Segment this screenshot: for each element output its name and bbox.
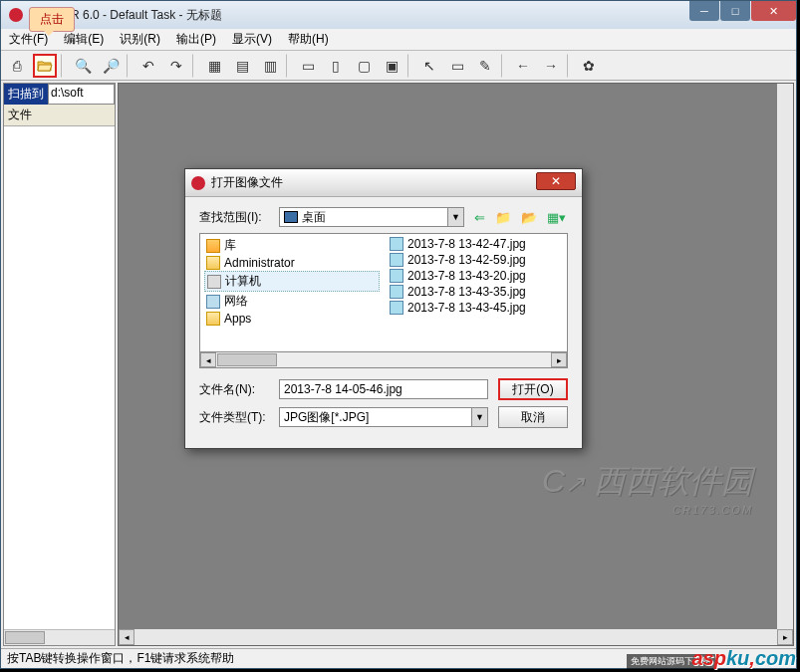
select-icon[interactable]: ▭ (445, 54, 469, 78)
list-item[interactable]: 2013-7-8 13-43-20.jpg (388, 268, 563, 284)
file-list-scrollbar[interactable]: ◂ ▸ (199, 352, 568, 368)
box4-icon[interactable]: ▣ (380, 54, 403, 78)
horizontal-scrollbar[interactable]: ◂ ▸ (119, 629, 793, 645)
file-name: 库 (224, 237, 236, 254)
list-item[interactable]: Apps (204, 311, 380, 327)
dialog-title: 打开图像文件 (211, 174, 283, 191)
scroll-left-icon[interactable]: ◂ (119, 629, 134, 645)
menu-recog[interactable]: 识别(R) (112, 31, 168, 48)
title-bar[interactable]: 汉王OCR 6.0 - Default Task - 无标题 ─ □ ✕ (1, 1, 796, 29)
watermark-logo: aspku,com (692, 647, 797, 670)
file-name: 网络 (224, 293, 248, 310)
list-item[interactable]: 网络 (204, 292, 380, 311)
file-type-icon (207, 275, 221, 289)
scrollbar-thumb[interactable] (5, 631, 45, 644)
menu-view[interactable]: 显示(V) (224, 31, 280, 48)
list-item[interactable]: 2013-7-8 13-43-35.jpg (388, 284, 563, 300)
menu-output[interactable]: 输出(P) (168, 31, 224, 48)
filetype-combo[interactable]: JPG图像[*.JPG] ▼ (279, 407, 488, 427)
minimize-button[interactable]: ─ (689, 1, 719, 21)
dialog-icon (191, 176, 205, 190)
file-name: 2013-7-8 13-43-35.jpg (407, 285, 526, 299)
separator-icon (127, 54, 133, 78)
open-button[interactable]: 打开(O) (498, 378, 568, 400)
back-icon[interactable]: ⇐ (472, 208, 487, 227)
list-item[interactable]: 2013-7-8 13-43-45.jpg (388, 300, 563, 316)
separator-icon (567, 54, 573, 78)
rotate-left-icon[interactable]: ↶ (136, 54, 160, 78)
box3-icon[interactable]: ▢ (352, 54, 376, 78)
file-name: 2013-7-8 13-43-20.jpg (407, 269, 526, 283)
dialog-body: 查找范围(I): 桌面 ▼ ⇐ 📁 📂 ▦▾ 库Administrator计算机… (185, 197, 582, 448)
lookin-value: 桌面 (302, 209, 326, 226)
scan-icon[interactable]: ⎙ (5, 54, 29, 78)
dialog-nav-icons: ⇐ 📁 📂 ▦▾ (472, 208, 568, 227)
dialog-title-bar[interactable]: 打开图像文件 ✕ (185, 169, 582, 197)
pointer-icon[interactable]: ↖ (417, 54, 441, 78)
sidebar-column-file[interactable]: 文件 (4, 105, 115, 126)
vertical-scrollbar[interactable] (777, 84, 793, 629)
layout1-icon[interactable]: ▦ (202, 54, 226, 78)
prev-icon[interactable]: ← (511, 54, 535, 78)
next-icon[interactable]: → (539, 54, 563, 78)
click-tooltip: 点击 (29, 7, 75, 32)
file-type-icon (206, 295, 220, 309)
list-item[interactable]: 2013-7-8 13-42-59.jpg (388, 252, 563, 268)
zoom-in-icon[interactable]: 🔎 (99, 54, 123, 78)
sidebar-list[interactable] (4, 126, 115, 629)
sidebar: 扫描到 d:\soft 文件 (3, 83, 116, 646)
layout2-icon[interactable]: ▤ (230, 54, 254, 78)
view-menu-icon[interactable]: ▦▾ (545, 208, 568, 227)
sidebar-header: 扫描到 d:\soft (4, 84, 115, 105)
list-item[interactable]: 库 (204, 236, 380, 255)
scanto-path[interactable]: d:\soft (48, 84, 115, 105)
separator-icon (407, 54, 413, 78)
scroll-right-icon[interactable]: ▸ (551, 352, 567, 367)
lookin-combo[interactable]: 桌面 ▼ (279, 207, 464, 227)
cancel-button[interactable]: 取消 (498, 406, 568, 428)
sidebar-scrollbar[interactable] (4, 629, 115, 645)
file-type-icon (390, 237, 403, 251)
close-button[interactable]: ✕ (751, 1, 796, 21)
scroll-right-icon[interactable]: ▸ (777, 629, 793, 645)
watermark-brand: C↗ 西西软件园 CR173.COM (542, 460, 753, 516)
menu-edit[interactable]: 编辑(E) (56, 31, 112, 48)
layout3-icon[interactable]: ▥ (258, 54, 282, 78)
separator-icon (286, 54, 292, 78)
menu-help[interactable]: 帮助(H) (280, 31, 337, 48)
box1-icon[interactable]: ▭ (296, 54, 320, 78)
scroll-track[interactable] (134, 629, 777, 645)
main-window: 汉王OCR 6.0 - Default Task - 无标题 ─ □ ✕ 点击 … (0, 0, 797, 669)
file-name: 2013-7-8 13-42-59.jpg (407, 253, 526, 267)
zoom-out-icon[interactable]: 🔍 (71, 54, 95, 78)
file-name: 2013-7-8 13-43-45.jpg (407, 301, 526, 315)
file-list[interactable]: 库Administrator计算机网络Apps 2013-7-8 13-42-4… (199, 233, 568, 352)
maximize-button[interactable]: □ (720, 1, 750, 21)
open-file-button[interactable] (33, 54, 57, 78)
list-item[interactable]: 2013-7-8 13-42-47.jpg (388, 236, 563, 252)
menu-bar: 文件(F) 编辑(E) 识别(R) 输出(P) 显示(V) 帮助(H) (1, 29, 796, 51)
chevron-down-icon[interactable]: ▼ (471, 408, 487, 426)
file-type-icon (390, 269, 403, 283)
rotate-right-icon[interactable]: ↷ (164, 54, 188, 78)
scrollbar-thumb[interactable] (217, 353, 277, 366)
toolbar: ⎙ 🔍 🔎 ↶ ↷ ▦ ▤ ▥ ▭ ▯ ▢ ▣ ↖ ▭ ✎ ← → ✿ (1, 51, 796, 81)
scroll-left-icon[interactable]: ◂ (200, 352, 216, 367)
new-folder-icon[interactable]: 📂 (519, 208, 539, 227)
scroll-track[interactable] (278, 352, 551, 367)
separator-icon (501, 54, 507, 78)
separator-icon (61, 54, 67, 78)
box2-icon[interactable]: ▯ (324, 54, 348, 78)
dialog-close-button[interactable]: ✕ (536, 172, 576, 190)
list-item[interactable]: 计算机 (204, 271, 380, 292)
separator-icon (192, 54, 198, 78)
lookin-label: 查找范围(I): (199, 209, 279, 226)
up-icon[interactable]: 📁 (493, 208, 513, 227)
list-item[interactable]: Administrator (204, 255, 380, 271)
open-file-dialog: 打开图像文件 ✕ 查找范围(I): 桌面 ▼ ⇐ 📁 📂 ▦▾ 库Admi (184, 168, 583, 449)
text-icon[interactable]: ✎ (473, 54, 497, 78)
chevron-down-icon[interactable]: ▼ (447, 208, 463, 226)
folder-open-icon (37, 59, 53, 73)
filename-input[interactable] (279, 379, 488, 399)
settings-icon[interactable]: ✿ (577, 54, 601, 78)
